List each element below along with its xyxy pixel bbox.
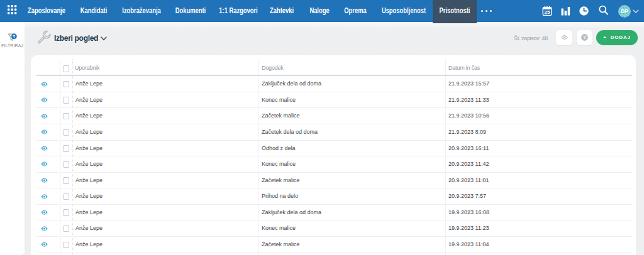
svg-text:?: ? (583, 35, 586, 41)
svg-text:25: 25 (545, 9, 550, 15)
